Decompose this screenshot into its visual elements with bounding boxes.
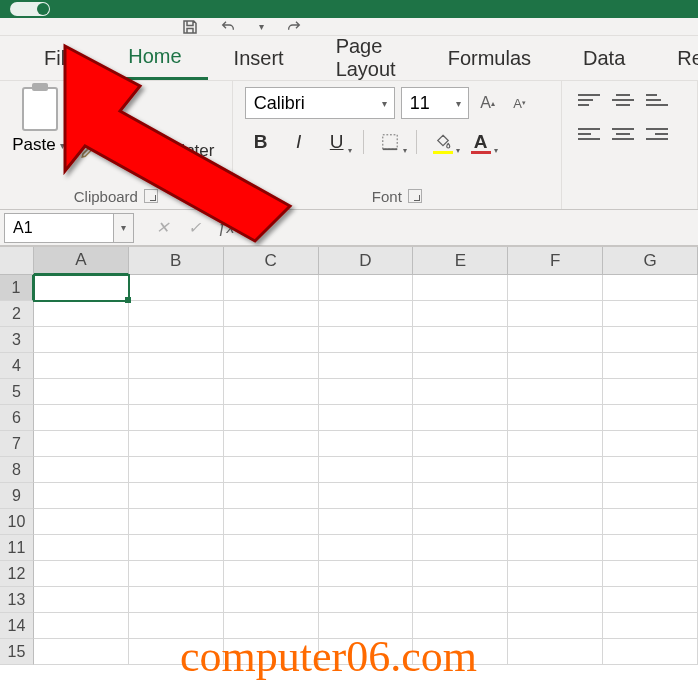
redo-icon[interactable]	[284, 19, 304, 35]
cell[interactable]	[508, 327, 603, 353]
formula-input[interactable]	[242, 213, 698, 243]
row-header[interactable]: 12	[0, 561, 34, 587]
cell[interactable]	[34, 405, 129, 431]
cell[interactable]	[129, 457, 224, 483]
cell[interactable]	[319, 301, 414, 327]
cell[interactable]	[508, 587, 603, 613]
cell[interactable]	[319, 535, 414, 561]
cell[interactable]	[129, 405, 224, 431]
cell[interactable]	[508, 431, 603, 457]
cell[interactable]	[34, 561, 129, 587]
increase-font-button[interactable]: A▴	[475, 90, 501, 116]
cell[interactable]	[508, 509, 603, 535]
cell[interactable]	[34, 379, 129, 405]
cell[interactable]	[413, 457, 508, 483]
cell[interactable]	[603, 639, 698, 665]
row-header[interactable]: 10	[0, 509, 34, 535]
cell[interactable]	[224, 483, 319, 509]
cell[interactable]	[319, 353, 414, 379]
cell[interactable]	[34, 613, 129, 639]
cell[interactable]	[603, 353, 698, 379]
cell[interactable]	[508, 639, 603, 665]
col-header[interactable]: D	[319, 247, 414, 275]
tab-page-layout[interactable]: Page Layout	[310, 36, 422, 80]
cell[interactable]	[413, 535, 508, 561]
name-box-dropdown-icon[interactable]: ▾	[113, 214, 133, 242]
cell[interactable]	[603, 457, 698, 483]
row-header[interactable]: 8	[0, 457, 34, 483]
cancel-formula-button[interactable]: ✕	[146, 213, 178, 243]
cell[interactable]	[34, 327, 129, 353]
enter-formula-button[interactable]: ✓	[178, 213, 210, 243]
cell[interactable]	[34, 353, 129, 379]
cell[interactable]	[224, 327, 319, 353]
cell[interactable]	[34, 431, 129, 457]
paste-dropdown-icon[interactable]: ▾	[58, 140, 68, 151]
clipboard-dialog-launcher[interactable]	[144, 189, 158, 203]
cell[interactable]	[319, 431, 414, 457]
cell[interactable]	[224, 535, 319, 561]
cell[interactable]	[413, 431, 508, 457]
cell[interactable]	[319, 457, 414, 483]
cell[interactable]	[129, 327, 224, 353]
cell[interactable]	[34, 587, 129, 613]
cell[interactable]	[508, 483, 603, 509]
row-header[interactable]: 11	[0, 535, 34, 561]
row-header[interactable]: 14	[0, 613, 34, 639]
col-header[interactable]: A	[34, 247, 129, 275]
row-header[interactable]: 4	[0, 353, 34, 379]
cell[interactable]	[129, 587, 224, 613]
cell[interactable]	[224, 353, 319, 379]
cell[interactable]	[603, 509, 698, 535]
cell[interactable]	[34, 535, 129, 561]
cell[interactable]	[413, 509, 508, 535]
tab-file[interactable]: File	[18, 36, 102, 80]
cell[interactable]	[224, 457, 319, 483]
cell[interactable]	[603, 535, 698, 561]
cell[interactable]	[34, 639, 129, 665]
font-color-button[interactable]: A ▾	[465, 127, 497, 157]
tab-formulas[interactable]: Formulas	[422, 36, 557, 80]
cell[interactable]	[603, 431, 698, 457]
cell[interactable]	[224, 301, 319, 327]
cell[interactable]	[224, 379, 319, 405]
cell[interactable]	[224, 275, 319, 301]
row-header[interactable]: 15	[0, 639, 34, 665]
fill-color-button[interactable]: ▾	[427, 127, 459, 157]
cell[interactable]	[129, 483, 224, 509]
col-header[interactable]: F	[508, 247, 603, 275]
row-header[interactable]: 3	[0, 327, 34, 353]
cell[interactable]	[129, 353, 224, 379]
tab-insert[interactable]: Insert	[208, 36, 310, 80]
cell[interactable]	[129, 561, 224, 587]
cell[interactable]	[508, 301, 603, 327]
cell[interactable]	[603, 587, 698, 613]
cell[interactable]	[34, 301, 129, 327]
cell[interactable]	[603, 613, 698, 639]
worksheet-grid[interactable]: A B C D E F G 123456789101112131415	[0, 246, 698, 665]
cell[interactable]	[34, 509, 129, 535]
font-size-select[interactable]: 11 ▾	[401, 87, 469, 119]
cell[interactable]	[34, 275, 129, 301]
cut-button[interactable]	[76, 89, 214, 109]
cell[interactable]	[508, 275, 603, 301]
copy-button[interactable]: ▾	[76, 115, 214, 135]
cell[interactable]	[129, 509, 224, 535]
row-header[interactable]: 6	[0, 405, 34, 431]
tab-data[interactable]: Data	[557, 36, 651, 80]
cell[interactable]	[413, 561, 508, 587]
cell[interactable]	[508, 613, 603, 639]
cell[interactable]	[319, 405, 414, 431]
cell[interactable]	[319, 327, 414, 353]
col-header[interactable]: E	[413, 247, 508, 275]
italic-button[interactable]: I	[283, 127, 315, 157]
cell[interactable]	[413, 275, 508, 301]
cell[interactable]	[34, 457, 129, 483]
row-header[interactable]: 13	[0, 587, 34, 613]
row-header[interactable]: 5	[0, 379, 34, 405]
cell[interactable]	[508, 457, 603, 483]
cell[interactable]	[413, 483, 508, 509]
cell[interactable]	[319, 561, 414, 587]
underline-button[interactable]: U▾	[321, 127, 353, 157]
align-middle-button[interactable]	[608, 87, 638, 113]
